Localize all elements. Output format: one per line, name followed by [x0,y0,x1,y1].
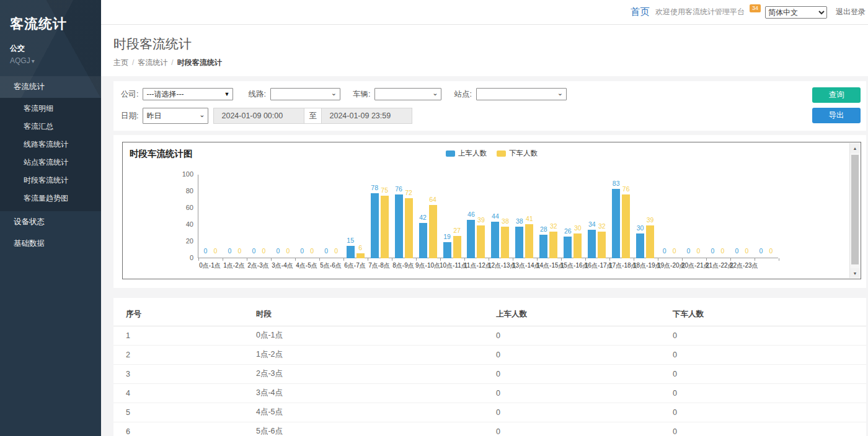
bar-group-7: 7875 [368,175,392,258]
breadcrumb-item-2: 时段客流统计 [177,58,222,67]
chart-bars: 0000000000001567875767242641927463944383… [198,175,778,258]
bar-value-label: 78 [371,184,378,191]
bar-value-label: 30 [637,224,644,232]
sidebar-section-2[interactable]: 基础数据 [0,233,101,255]
bar-value-label: 0 [300,247,304,255]
bar-alighting-wrap: 30 [574,175,582,258]
table-row: 10点-1点00 [113,326,866,346]
sidebar-item-0-1[interactable]: 客流汇总 [0,118,101,136]
bar-value-label: 6 [358,244,362,251]
bar-value-label: 0 [324,247,328,255]
date-preset-select[interactable]: 昨日 ⌄ [143,108,208,124]
y-axis-tick-label: 100 [170,170,193,178]
bar-boarding-wrap: 0 [274,175,282,258]
scroll-up-icon[interactable]: ▲ [850,143,860,153]
bar-group-16: 3432 [585,175,609,258]
bar-boarding-wrap: 83 [612,175,620,258]
bar-value-label: 0 [276,247,280,255]
bar-boarding-wrap: 0 [684,175,693,258]
bar-alighting-wrap: 32 [549,175,557,258]
table-body: 10点-1点0021点-2点0032点-3点0043点-4点0054点-5点00… [113,326,866,436]
legend-item-1[interactable]: 下车人数 [497,149,538,158]
bar-group-1: 00 [223,175,247,258]
bar-alighting-wrap: 32 [598,175,606,258]
breadcrumb-item-0[interactable]: 主页 [113,58,128,67]
scroll-down-icon[interactable]: ▼ [850,268,860,278]
chart-panel: 时段车流统计图 上车人数下车人数 00000000000015678757672… [113,135,866,288]
station-select[interactable]: ⌄ [476,88,567,100]
date-end-input[interactable]: 2024-01-09 23:59 [321,108,412,124]
bar-value-label: 0 [735,247,739,255]
logout-link[interactable]: 退出登录 [836,7,866,17]
table-cell-3-0: 4 [113,384,256,403]
breadcrumb-item-1[interactable]: 客流统计 [138,58,167,67]
nav-welcome-text: 欢迎使用客流统计管理平台 [655,7,745,17]
bar-boarding-wrap: 0 [250,175,258,258]
sidebar-section-0[interactable]: 客流统计 [0,76,101,98]
table-row: 54点-5点00 [113,403,866,422]
sidebar-item-0-5[interactable]: 客流量趋势图 [0,190,101,207]
bar-boarding-wrap: 0 [226,175,234,258]
legend-label: 下车人数 [509,149,538,158]
table-cell-5-3: 0 [673,422,866,436]
legend-item-0[interactable]: 上车人数 [446,149,487,158]
date-preset-value: 昨日 [146,111,161,121]
bar-value-label: 41 [526,215,533,222]
bar-group-2: 00 [247,175,271,258]
page-header: 时段客流统计 主页/客流统计/时段客流统计 [101,25,868,76]
table-cell-1-0: 2 [113,346,256,365]
bar-boarding [515,227,523,258]
org-code-label: AQGJ [10,56,30,65]
x-axis-label: 2点-3点 [246,261,270,270]
bar-value-label: 34 [588,220,596,228]
y-axis-tick-label: 0 [170,254,193,261]
x-axis-label: 8点-9点 [391,261,415,270]
sidebar-menu: 客流统计客流明细客流汇总线路客流统计站点客流统计时段客流统计客流量趋势图设备状态… [0,76,101,255]
date-start-input[interactable]: 2024-01-09 00:00 [213,108,304,124]
chevron-down-icon: ⌄ [557,90,563,95]
table-column-header-0: 序号 [113,300,256,326]
chevron-down-icon: ⌄ [331,90,337,95]
x-axis-label: 12点-13点 [488,261,512,270]
filter-row-2: 日期: 昨日 ⌄ 2024-01-09 00:00 至 2024-01-09 2… [121,108,859,124]
bar-boarding [395,194,403,258]
bar-value-label: 0 [769,247,773,255]
bar-group-23: 00 [754,175,778,258]
vehicle-label: 车辆: [353,89,370,100]
bar-alighting-wrap: 0 [767,175,775,258]
query-button[interactable]: 查询 [812,87,861,103]
bar-boarding-wrap: 0 [733,175,741,258]
top-navbar: 首页 欢迎使用客流统计管理平台 34 简体中文 退出登录 [101,0,868,25]
bar-alighting [429,205,437,258]
vehicle-select[interactable]: ⌄ [374,88,441,100]
export-button[interactable]: 导出 [812,108,861,123]
sidebar-item-0-3[interactable]: 站点客流统计 [0,154,101,172]
sidebar-item-0-0[interactable]: 客流明细 [0,100,101,118]
scrollbar-thumb[interactable] [851,155,859,264]
select-arrow-icon: ▼ [224,91,230,97]
line-select[interactable]: ⌄ [270,88,340,100]
bar-alighting-wrap: 39 [646,175,654,258]
bar-boarding [539,235,547,258]
bar-value-label: 76 [395,185,402,193]
org-switcher[interactable]: AQGJ▾ [10,56,101,65]
x-axis-label: 21点-22点 [706,261,730,270]
nav-home-link[interactable]: 首页 [631,6,650,19]
x-axis-label: 10点-11点 [440,261,464,270]
x-axis-label: 6点-7点 [343,261,367,270]
bar-value-label: 0 [745,247,749,255]
chart-scrollbar[interactable]: ▲ ▼ [849,143,860,278]
x-axis-label: 13点-14点 [512,261,536,270]
bar-boarding [371,193,379,258]
language-select[interactable]: 简体中文 [765,6,827,19]
bar-alighting-wrap: 6 [356,175,365,258]
sidebar-section-1[interactable]: 设备状态 [0,211,101,233]
sidebar-item-0-4[interactable]: 时段客流统计 [0,172,101,190]
company-select[interactable]: ---请选择--- ▼ [143,88,233,100]
table-cell-4-0: 5 [113,403,256,422]
table-cell-5-2: 0 [496,422,673,436]
sidebar-item-0-2[interactable]: 线路客流统计 [0,136,101,154]
bar-value-label: 0 [673,247,676,255]
company-select-value: ---请选择--- [146,89,184,100]
bar-boarding-wrap: 44 [491,175,499,258]
